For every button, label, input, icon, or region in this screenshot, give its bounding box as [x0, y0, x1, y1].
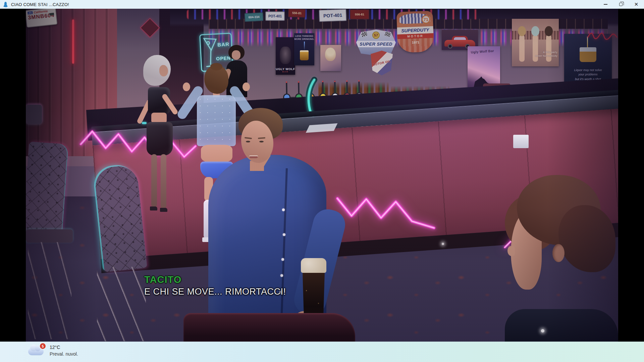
dialogue-speaker-name: TACITO: [144, 274, 286, 285]
ugly-wolf-poster: UGLY WOLF BAR: [276, 37, 295, 75]
close-button[interactable]: ✕: [629, 0, 644, 9]
pinup-face-poster: [320, 45, 341, 71]
plate-month-sticker: JUL: [28, 11, 33, 15]
app-icon: [3, 2, 8, 7]
taskbar: 5 12°C Preval. nuvol.: [0, 342, 644, 362]
checkered-flag-icon: [361, 32, 368, 37]
red-neon-script: [587, 27, 618, 46]
restore-icon: [619, 3, 623, 6]
game-scene[interactable]: 604-334 POT-401 556-81 POT-401 556-81 UG…: [26, 9, 618, 342]
tap-handle: [334, 81, 336, 93]
super-speed-sign: 57 SUPER SPEED: [356, 29, 396, 56]
chair-left: [26, 143, 76, 341]
less-thinking-text: LESS THINKING MORE DRINKING.: [294, 35, 314, 41]
motor-oil-text: MOTOR OIL: [372, 59, 391, 66]
foreground-table: [183, 313, 355, 342]
wolf-art: [280, 47, 291, 64]
license-plate: 604-334: [244, 12, 263, 22]
plate-sticker: [49, 13, 54, 15]
super-speed-number: 57: [372, 32, 380, 39]
license-plate: 556-81: [350, 9, 369, 19]
california-plate: JUL California 3MNB604: [26, 9, 57, 28]
restore-button[interactable]: [613, 0, 629, 9]
car-wheel: [448, 44, 452, 49]
tap-handle: [358, 80, 360, 92]
license-plate: 556-81: [288, 9, 306, 18]
minimize-button[interactable]: [598, 0, 613, 9]
weather-condition: Preval. nuvol.: [50, 351, 78, 357]
pinup-girl: [546, 35, 551, 62]
checkered-flag-icon: [385, 32, 391, 37]
weather-temperature: 12°C: [50, 344, 78, 351]
game-window[interactable]: 604-334 POT-401 556-81 POT-401 556-81 UG…: [0, 9, 644, 342]
window-title: CIAO COME STAI ...CAZZO!: [11, 2, 69, 7]
chair-center: [97, 166, 146, 341]
napkin-box: [513, 135, 529, 148]
license-plate: POT-401: [265, 11, 285, 21]
close-icon: ✕: [634, 2, 639, 7]
less-thinking-poster: LESS THINKING MORE DRINKING.: [294, 33, 314, 65]
party-caption: A little party never hurt nobody: [535, 50, 557, 58]
superduty-number: 71: [421, 15, 430, 24]
bokeh-light: [442, 243, 444, 245]
dialogue-text: E CHI SE MOVE... RIMORTACCI!: [144, 287, 286, 297]
license-plate: POT-401: [319, 9, 346, 22]
blonde-woman-character: [140, 55, 180, 224]
pinup-girls-poster: A little party never hurt nobody: [512, 19, 559, 66]
protagonist-character: [203, 108, 364, 342]
pinup-girl: [519, 35, 525, 62]
super-speed-text: SUPER SPEED: [356, 41, 396, 47]
pinup-girl: [533, 35, 538, 62]
ugly-wolf-sub: BAR: [282, 71, 288, 73]
minimize-icon: [604, 4, 607, 4]
tap-handle: [286, 81, 287, 94]
dialogue-box[interactable]: TACITO E CHI SE MOVE... RIMORTACCI!: [144, 274, 286, 297]
notification-badge: 5: [39, 343, 46, 350]
superduty-sign: 71 SUPERDUTY MOTOR 1971: [396, 11, 434, 53]
red-neon-strip: [72, 19, 74, 64]
light-beam: [304, 42, 305, 50]
companion-character: [505, 175, 618, 342]
tap-handle: [298, 81, 300, 93]
bokeh-light: [541, 329, 544, 333]
stool: [26, 105, 42, 124]
weather-widget[interactable]: 5 12°C Preval. nuvol.: [28, 344, 78, 358]
tap-handle: [346, 80, 348, 93]
whiskey-glass-art: [580, 47, 596, 62]
ugly-wolf-title: UGLY WOLF: [276, 67, 295, 71]
beer-glass-art: [300, 50, 309, 60]
window-titlebar: CIAO COME STAI ...CAZZO! ✕: [0, 0, 644, 9]
